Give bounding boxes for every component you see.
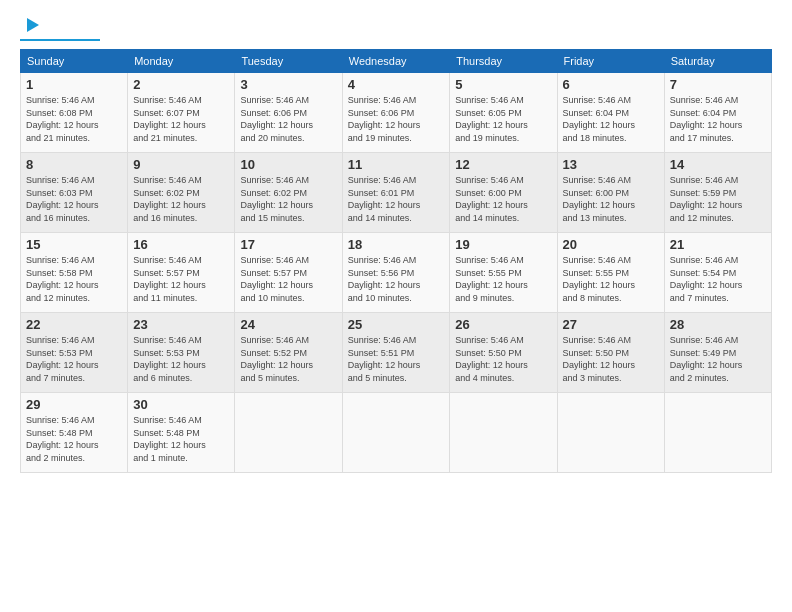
day-number: 25 xyxy=(348,317,444,332)
day-info: Sunrise: 5:46 AM Sunset: 5:52 PM Dayligh… xyxy=(240,334,336,384)
weekday-header-tuesday: Tuesday xyxy=(235,50,342,73)
day-info: Sunrise: 5:46 AM Sunset: 6:06 PM Dayligh… xyxy=(348,94,444,144)
logo-arrow-icon xyxy=(23,16,41,38)
day-info: Sunrise: 5:46 AM Sunset: 6:02 PM Dayligh… xyxy=(240,174,336,224)
day-info: Sunrise: 5:46 AM Sunset: 5:50 PM Dayligh… xyxy=(455,334,551,384)
day-number: 1 xyxy=(26,77,122,92)
day-info: Sunrise: 5:46 AM Sunset: 6:00 PM Dayligh… xyxy=(563,174,659,224)
day-number: 2 xyxy=(133,77,229,92)
day-number: 20 xyxy=(563,237,659,252)
svg-marker-0 xyxy=(27,18,39,32)
day-info: Sunrise: 5:46 AM Sunset: 5:48 PM Dayligh… xyxy=(26,414,122,464)
day-info: Sunrise: 5:46 AM Sunset: 6:04 PM Dayligh… xyxy=(670,94,766,144)
calendar-cell: 30Sunrise: 5:46 AM Sunset: 5:48 PM Dayli… xyxy=(128,393,235,473)
calendar: SundayMondayTuesdayWednesdayThursdayFrid… xyxy=(20,49,772,473)
day-info: Sunrise: 5:46 AM Sunset: 6:03 PM Dayligh… xyxy=(26,174,122,224)
calendar-cell: 8Sunrise: 5:46 AM Sunset: 6:03 PM Daylig… xyxy=(21,153,128,233)
calendar-cell xyxy=(450,393,557,473)
day-number: 13 xyxy=(563,157,659,172)
day-number: 24 xyxy=(240,317,336,332)
calendar-cell: 4Sunrise: 5:46 AM Sunset: 6:06 PM Daylig… xyxy=(342,73,449,153)
day-number: 12 xyxy=(455,157,551,172)
day-info: Sunrise: 5:46 AM Sunset: 6:00 PM Dayligh… xyxy=(455,174,551,224)
calendar-cell: 19Sunrise: 5:46 AM Sunset: 5:55 PM Dayli… xyxy=(450,233,557,313)
day-info: Sunrise: 5:46 AM Sunset: 5:54 PM Dayligh… xyxy=(670,254,766,304)
day-number: 5 xyxy=(455,77,551,92)
day-number: 3 xyxy=(240,77,336,92)
calendar-cell: 16Sunrise: 5:46 AM Sunset: 5:57 PM Dayli… xyxy=(128,233,235,313)
calendar-week-3: 15Sunrise: 5:46 AM Sunset: 5:58 PM Dayli… xyxy=(21,233,772,313)
day-number: 4 xyxy=(348,77,444,92)
day-number: 27 xyxy=(563,317,659,332)
page: SundayMondayTuesdayWednesdayThursdayFrid… xyxy=(0,0,792,612)
calendar-cell: 17Sunrise: 5:46 AM Sunset: 5:57 PM Dayli… xyxy=(235,233,342,313)
day-info: Sunrise: 5:46 AM Sunset: 5:55 PM Dayligh… xyxy=(563,254,659,304)
day-info: Sunrise: 5:46 AM Sunset: 5:55 PM Dayligh… xyxy=(455,254,551,304)
day-number: 22 xyxy=(26,317,122,332)
calendar-cell: 29Sunrise: 5:46 AM Sunset: 5:48 PM Dayli… xyxy=(21,393,128,473)
day-number: 21 xyxy=(670,237,766,252)
day-number: 14 xyxy=(670,157,766,172)
day-info: Sunrise: 5:46 AM Sunset: 6:02 PM Dayligh… xyxy=(133,174,229,224)
calendar-cell: 27Sunrise: 5:46 AM Sunset: 5:50 PM Dayli… xyxy=(557,313,664,393)
day-number: 6 xyxy=(563,77,659,92)
day-number: 17 xyxy=(240,237,336,252)
header xyxy=(20,16,772,41)
day-info: Sunrise: 5:46 AM Sunset: 6:05 PM Dayligh… xyxy=(455,94,551,144)
weekday-row: SundayMondayTuesdayWednesdayThursdayFrid… xyxy=(21,50,772,73)
day-info: Sunrise: 5:46 AM Sunset: 6:04 PM Dayligh… xyxy=(563,94,659,144)
day-info: Sunrise: 5:46 AM Sunset: 5:59 PM Dayligh… xyxy=(670,174,766,224)
calendar-cell: 12Sunrise: 5:46 AM Sunset: 6:00 PM Dayli… xyxy=(450,153,557,233)
day-info: Sunrise: 5:46 AM Sunset: 5:50 PM Dayligh… xyxy=(563,334,659,384)
calendar-cell: 15Sunrise: 5:46 AM Sunset: 5:58 PM Dayli… xyxy=(21,233,128,313)
calendar-cell: 28Sunrise: 5:46 AM Sunset: 5:49 PM Dayli… xyxy=(664,313,771,393)
calendar-cell: 18Sunrise: 5:46 AM Sunset: 5:56 PM Dayli… xyxy=(342,233,449,313)
day-number: 29 xyxy=(26,397,122,412)
calendar-cell: 5Sunrise: 5:46 AM Sunset: 6:05 PM Daylig… xyxy=(450,73,557,153)
day-number: 15 xyxy=(26,237,122,252)
day-number: 10 xyxy=(240,157,336,172)
day-number: 23 xyxy=(133,317,229,332)
calendar-cell: 24Sunrise: 5:46 AM Sunset: 5:52 PM Dayli… xyxy=(235,313,342,393)
calendar-cell xyxy=(557,393,664,473)
day-number: 28 xyxy=(670,317,766,332)
day-number: 30 xyxy=(133,397,229,412)
day-info: Sunrise: 5:46 AM Sunset: 6:06 PM Dayligh… xyxy=(240,94,336,144)
calendar-cell: 13Sunrise: 5:46 AM Sunset: 6:00 PM Dayli… xyxy=(557,153,664,233)
weekday-header-monday: Monday xyxy=(128,50,235,73)
calendar-cell xyxy=(235,393,342,473)
day-number: 7 xyxy=(670,77,766,92)
day-info: Sunrise: 5:46 AM Sunset: 5:57 PM Dayligh… xyxy=(133,254,229,304)
calendar-cell: 26Sunrise: 5:46 AM Sunset: 5:50 PM Dayli… xyxy=(450,313,557,393)
calendar-cell: 14Sunrise: 5:46 AM Sunset: 5:59 PM Dayli… xyxy=(664,153,771,233)
day-info: Sunrise: 5:46 AM Sunset: 6:08 PM Dayligh… xyxy=(26,94,122,144)
calendar-header: SundayMondayTuesdayWednesdayThursdayFrid… xyxy=(21,50,772,73)
calendar-cell: 22Sunrise: 5:46 AM Sunset: 5:53 PM Dayli… xyxy=(21,313,128,393)
calendar-body: 1Sunrise: 5:46 AM Sunset: 6:08 PM Daylig… xyxy=(21,73,772,473)
day-info: Sunrise: 5:46 AM Sunset: 5:57 PM Dayligh… xyxy=(240,254,336,304)
calendar-cell: 7Sunrise: 5:46 AM Sunset: 6:04 PM Daylig… xyxy=(664,73,771,153)
calendar-cell: 9Sunrise: 5:46 AM Sunset: 6:02 PM Daylig… xyxy=(128,153,235,233)
calendar-cell: 11Sunrise: 5:46 AM Sunset: 6:01 PM Dayli… xyxy=(342,153,449,233)
day-number: 19 xyxy=(455,237,551,252)
day-number: 8 xyxy=(26,157,122,172)
day-info: Sunrise: 5:46 AM Sunset: 6:07 PM Dayligh… xyxy=(133,94,229,144)
calendar-cell: 10Sunrise: 5:46 AM Sunset: 6:02 PM Dayli… xyxy=(235,153,342,233)
calendar-cell: 3Sunrise: 5:46 AM Sunset: 6:06 PM Daylig… xyxy=(235,73,342,153)
day-info: Sunrise: 5:46 AM Sunset: 5:53 PM Dayligh… xyxy=(133,334,229,384)
weekday-header-sunday: Sunday xyxy=(21,50,128,73)
day-number: 16 xyxy=(133,237,229,252)
day-info: Sunrise: 5:46 AM Sunset: 5:58 PM Dayligh… xyxy=(26,254,122,304)
calendar-week-5: 29Sunrise: 5:46 AM Sunset: 5:48 PM Dayli… xyxy=(21,393,772,473)
calendar-cell: 2Sunrise: 5:46 AM Sunset: 6:07 PM Daylig… xyxy=(128,73,235,153)
day-number: 26 xyxy=(455,317,551,332)
day-info: Sunrise: 5:46 AM Sunset: 5:53 PM Dayligh… xyxy=(26,334,122,384)
calendar-week-1: 1Sunrise: 5:46 AM Sunset: 6:08 PM Daylig… xyxy=(21,73,772,153)
calendar-cell xyxy=(342,393,449,473)
weekday-header-friday: Friday xyxy=(557,50,664,73)
day-number: 9 xyxy=(133,157,229,172)
day-info: Sunrise: 5:46 AM Sunset: 5:49 PM Dayligh… xyxy=(670,334,766,384)
calendar-week-2: 8Sunrise: 5:46 AM Sunset: 6:03 PM Daylig… xyxy=(21,153,772,233)
day-info: Sunrise: 5:46 AM Sunset: 6:01 PM Dayligh… xyxy=(348,174,444,224)
weekday-header-thursday: Thursday xyxy=(450,50,557,73)
